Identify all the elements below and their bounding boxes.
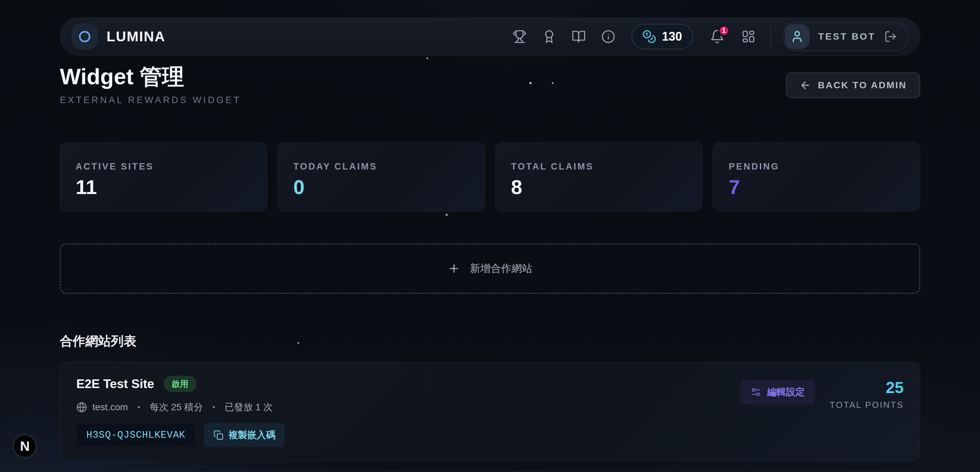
add-site-button[interactable]: 新增合作網站: [60, 243, 920, 294]
total-points-block: 25 TOTAL POINTS: [830, 380, 904, 410]
stat-value: 11: [76, 177, 251, 197]
edit-settings-label: 編輯設定: [767, 386, 805, 399]
page-title: Widget 管理: [60, 65, 241, 88]
meta-separator: •: [137, 402, 140, 412]
total-points-value: 25: [830, 380, 904, 396]
total-points-label: TOTAL POINTS: [830, 400, 904, 410]
award-icon[interactable]: [542, 30, 556, 44]
copy-embed-label: 複製嵌入碼: [228, 429, 275, 442]
add-site-label: 新增合作網站: [470, 261, 532, 276]
particle-dot: [298, 342, 299, 344]
edit-settings-button[interactable]: 編輯設定: [740, 380, 815, 404]
particle-dot: [445, 214, 448, 216]
site-card: E2E Test Site 啟用 test.com • 每次 25 積分 • 已…: [60, 362, 920, 461]
stat-value: 8: [511, 177, 687, 197]
sliders-icon: [751, 387, 761, 398]
stat-label: TODAY CLAIMS: [293, 162, 469, 172]
plus-icon: [448, 262, 460, 275]
notifications-button[interactable]: 1: [710, 29, 725, 44]
site-name: E2E Test Site: [76, 377, 154, 391]
meta-separator: •: [212, 402, 215, 412]
stat-value: 7: [729, 177, 904, 197]
logout-icon[interactable]: [884, 30, 897, 43]
apps-grid-icon[interactable]: [741, 30, 756, 44]
top-navbar: LUMINA: [60, 17, 920, 56]
back-to-admin-label: BACK TO ADMIN: [818, 80, 907, 91]
info-icon[interactable]: [601, 30, 616, 44]
site-card-right: 編輯設定 25 TOTAL POINTS: [740, 375, 904, 410]
user-icon: [791, 30, 804, 43]
navbar-icon-group: [497, 30, 616, 44]
page-subtitle: EXTERNAL REWARDS WIDGET: [60, 95, 241, 105]
brand-name: LUMINA: [107, 29, 165, 44]
stat-label: PENDING: [729, 162, 904, 172]
stat-card-today-claims: TODAY CLAIMS 0: [278, 143, 485, 211]
site-card-left: E2E Test Site 啟用 test.com • 每次 25 積分 • 已…: [76, 375, 740, 447]
site-domain: test.com: [92, 402, 128, 413]
trophy-icon[interactable]: [512, 30, 527, 44]
site-meta: test.com • 每次 25 積分 • 已發放 1 次: [76, 401, 740, 413]
particle-dot: [552, 82, 554, 84]
stat-card-active-sites: ACTIVE SITES 11: [60, 143, 267, 211]
site-claims-issued: 已發放 1 次: [224, 401, 272, 413]
user-menu[interactable]: TEST BOT: [783, 22, 908, 51]
globe-icon: [76, 402, 87, 413]
copy-icon: [213, 430, 223, 440]
copy-embed-button[interactable]: 複製嵌入碼: [204, 423, 285, 447]
stat-label: ACTIVE SITES: [76, 162, 251, 172]
stats-row: ACTIVE SITES 11 TODAY CLAIMS 0 TOTAL CLA…: [60, 143, 920, 211]
particle-dot: [426, 57, 428, 59]
book-open-icon[interactable]: [572, 30, 586, 44]
site-list-title: 合作網站列表: [60, 333, 920, 350]
stat-card-total-claims: TOTAL CLAIMS 8: [495, 143, 703, 211]
notification-badge: 1: [718, 24, 730, 36]
back-to-admin-button[interactable]: BACK TO ADMIN: [786, 73, 920, 98]
particle-dot: [529, 82, 532, 84]
status-badge: 啟用: [164, 375, 197, 392]
embed-code-chip: H3SQ-QJSCHLKEVAK: [76, 424, 195, 447]
stat-label: TOTAL CLAIMS: [511, 162, 687, 172]
nextjs-dev-badge[interactable]: N: [13, 435, 36, 458]
lumina-logo-icon: [77, 29, 92, 44]
points-balance-value: 130: [662, 30, 682, 44]
stat-card-pending: PENDING 7: [713, 143, 920, 211]
lumina-logo[interactable]: [72, 24, 98, 50]
navbar-divider: [770, 26, 771, 48]
arrow-left-icon: [800, 79, 811, 91]
points-balance-pill[interactable]: 130: [632, 24, 693, 49]
page-header: Widget 管理 EXTERNAL REWARDS WIDGET BACK T…: [60, 65, 920, 105]
site-points-per-claim: 每次 25 積分: [150, 401, 203, 413]
username: TEST BOT: [818, 31, 875, 42]
avatar: [785, 24, 810, 49]
stat-value: 0: [293, 177, 469, 197]
coins-icon: [642, 30, 656, 44]
